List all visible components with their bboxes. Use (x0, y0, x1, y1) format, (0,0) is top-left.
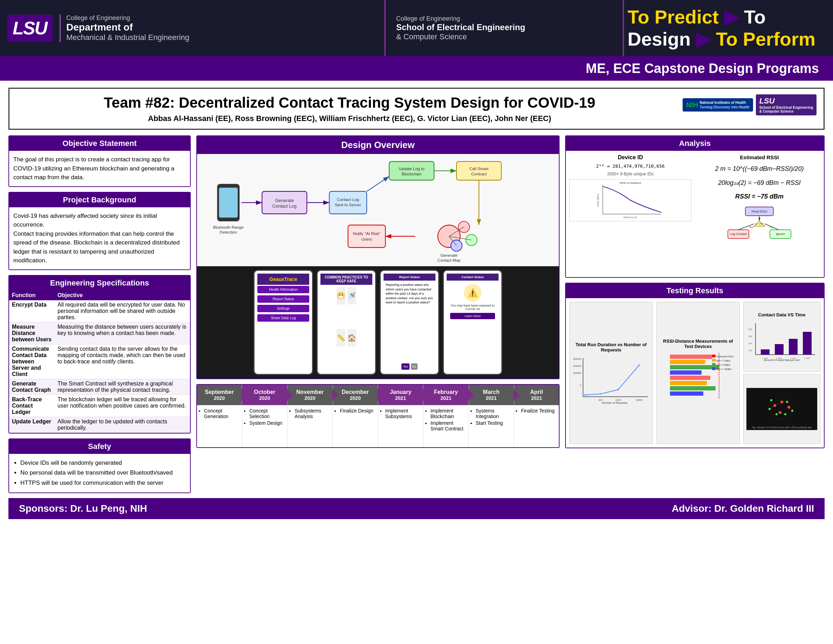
timeline-task: Implement Subsystems (385, 408, 421, 419)
practices-grid: 😷 🚿 📏 🏠 (334, 285, 358, 371)
timeline-tasks-7: Finalize Testing (514, 405, 559, 447)
timeline-month-6: March2021 (469, 385, 514, 405)
svg-text:Update Log to: Update Log to (399, 166, 425, 171)
chart-contact-data: Contact Data VS Time 250 200 150 100 (743, 302, 820, 372)
timeline-tasks-0: Concept Generation (197, 405, 242, 447)
specs-function: Generate Contact Graph (9, 379, 55, 394)
phone-4: Contact Status ⚠️ You may have been expo… (443, 270, 502, 375)
timeline-arrow-2 (332, 389, 338, 401)
specs-objective: The Smart Contract will synthesize a gra… (55, 379, 190, 394)
svg-text:Generate: Generate (275, 198, 294, 203)
footer-advisor: Advisor: Dr. Golden Richard III (672, 503, 814, 514)
svg-rect-87 (712, 367, 716, 370)
phone-btn-settings[interactable]: Settings (257, 305, 309, 312)
phone-btn-report[interactable]: Report Status (257, 295, 309, 303)
three-col-layout: Objective Statement The goal of this pro… (8, 135, 825, 493)
capstone-title: ME, ECE Capstone Design Programs (586, 61, 819, 76)
specs-objective: All required data will be encrypted for … (55, 300, 190, 322)
sub-dept-left: Mechanical & Industrial Engineering (66, 33, 189, 42)
svg-rect-74 (670, 365, 719, 369)
team-title-section: Team #82: Decentralized Contact Tracing … (8, 88, 825, 130)
phone-screen-2: COMMON PRACTICES TO KEEP SAFE 😷 🚿 📏 🏠 (318, 271, 375, 374)
specs-col-objective: Objective (55, 290, 190, 300)
sub-dept-center: & Computer Science (396, 32, 525, 41)
timeline-content: Concept GenerationConcept SelectionSyste… (197, 405, 559, 447)
phone-btn-share[interactable]: Share Daily Log (257, 314, 309, 322)
testing-content: Total Run Duration vs Number of Requests… (566, 298, 824, 448)
timeline-month-2: November2020 (288, 385, 333, 405)
svg-line-116 (775, 402, 782, 406)
lsu-logo: LSU (7, 15, 53, 41)
phone-3: Report Status Reporting a positive statu… (380, 270, 439, 375)
analysis-content: Device ID 2⁹⁶ = 281,474,976,710,656 2000… (566, 151, 824, 277)
practice-icon-1: 😷 (336, 287, 345, 304)
specs-function: Measure Distance between Users (9, 322, 55, 344)
analysis-flowchart: Read RSSI ≤ -75? Log Contact Ignore (698, 205, 820, 254)
svg-rect-72 (670, 355, 712, 359)
timeline-arrow-4 (423, 389, 428, 401)
svg-text:RSSI vs Distance: RSSI vs Distance (619, 181, 641, 185)
main-content: Team #82: Decentralized Contact Tracing … (0, 80, 833, 526)
report-title: Report Status (384, 274, 436, 281)
svg-rect-31 (348, 225, 386, 248)
chart4-svg: Fig: Sample of 42/1000 users with a 25% … (746, 388, 817, 430)
svg-rect-73 (670, 360, 705, 364)
svg-rect-95 (761, 349, 770, 355)
svg-text:Log Contact: Log Contact (730, 232, 747, 236)
svg-rect-83 (712, 359, 716, 362)
yes-button[interactable]: Yes (401, 363, 410, 370)
specs-function: Encrypt Data (9, 300, 55, 322)
col-right: Analysis Device ID 2⁹⁶ = 281,474,976,710… (565, 135, 825, 493)
analysis-right: Estimated RSSI 2 m = 10^((−69 dBm−RSSI)/… (698, 155, 820, 274)
timeline-task: Systems Integration (476, 408, 511, 419)
team-title: Team #82: Decentralized Contact Tracing … (16, 94, 683, 111)
timeline-month-0: September2020 (197, 385, 242, 405)
no-button[interactable]: No (411, 363, 418, 370)
timeline-month-1: October2020 (242, 385, 288, 405)
svg-text:Sent to Server: Sent to Server (335, 202, 361, 207)
timeline-box: September2020October2020November2020Dece… (196, 384, 560, 448)
analysis-box: Analysis Device ID 2⁹⁶ = 281,474,976,710… (565, 135, 825, 278)
svg-text:Read RSSI: Read RSSI (751, 210, 767, 213)
svg-text:410=-75dBm: 410=-75dBm (716, 364, 730, 366)
timeline-month-7: April2021 (514, 385, 559, 405)
svg-text:250: 250 (748, 328, 753, 330)
timeline-tasks-6: Systems IntegrationStart Testing (469, 405, 514, 447)
testing-title: Testing Results (566, 283, 824, 298)
svg-point-23 (466, 234, 477, 246)
dept-left: College of Engineering Department of Mec… (60, 14, 189, 42)
arrow-2: ▶ (696, 28, 716, 50)
objective-box: Objective Statement The goal of this pro… (8, 135, 191, 187)
testing-box: Testing Results Total Run Duration vs Nu… (565, 283, 825, 448)
background-title: Project Background (9, 193, 190, 207)
arrow-1: ▶ (724, 6, 744, 27)
svg-text:150: 150 (748, 342, 753, 345)
specs-function: Communicate Contact Data between Server … (9, 344, 55, 379)
header: LSU College of Engineering Department of… (0, 0, 833, 56)
phone-btn-health[interactable]: Health Information (257, 286, 309, 293)
lsu-title-logo: LSU School of Electrical Engineering& Co… (756, 94, 817, 115)
background-content: Covid-19 has adversely affected society … (9, 207, 190, 269)
charts-right-col: Contact Data VS Time 250 200 150 100 (743, 302, 820, 444)
tagline-perform: To Perform (716, 28, 815, 50)
timeline-arrow-1 (287, 389, 293, 401)
specs-objective: Measuring the distance between users acc… (55, 322, 190, 344)
tagline-predict: To Predict (627, 6, 719, 27)
svg-text:200000: 200000 (573, 372, 581, 374)
learn-more-button[interactable]: Learn More (450, 313, 495, 319)
svg-line-115 (770, 406, 775, 409)
timeline-month-5: February2021 (423, 385, 469, 405)
svg-text:Contact Log: Contact Log (337, 197, 359, 202)
report-buttons: Yes No (400, 362, 419, 371)
safety-list: Device IDs will be randomly generatedNo … (13, 458, 186, 489)
svg-text:Amount of Contact Data per Use: Amount of Contact Data per User (764, 359, 800, 362)
svg-rect-85 (712, 363, 716, 366)
timeline-header: September2020October2020November2020Dece… (197, 385, 559, 405)
svg-rect-81 (712, 355, 716, 357)
dept-center: College of Engineering School of Electri… (396, 15, 525, 41)
specs-objective: Allow the ledger to be updated with cont… (55, 417, 190, 433)
svg-text:No: No (770, 225, 774, 229)
design-diagram: Bluetooth Range Detection Generate Conta… (197, 154, 559, 266)
svg-text:Yes: Yes (749, 225, 753, 229)
specs-row: Communicate Contact Data between Server … (9, 344, 190, 379)
